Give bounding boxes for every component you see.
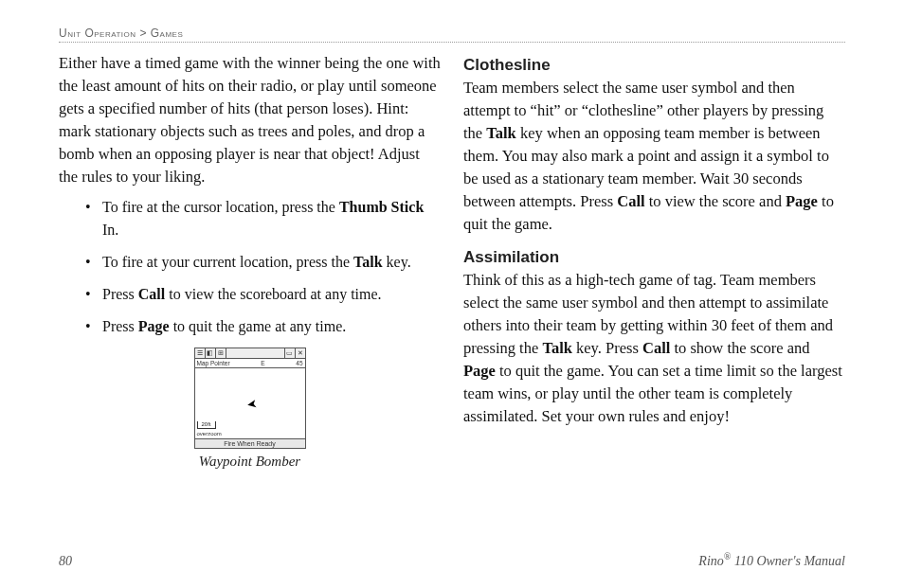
list-item: To fire at your current location, press … (102, 251, 441, 274)
list-text: Press (102, 318, 138, 334)
list-text: Press (102, 286, 138, 302)
key-name: Call (642, 339, 670, 357)
close-icon: ✕ (295, 348, 305, 358)
left-column: Either have a timed game with the winner… (59, 52, 441, 470)
map-pointer-label: Map Pointer (197, 360, 230, 366)
text: to show the score and (670, 339, 809, 357)
key-name: Page (463, 362, 496, 380)
heading-value: 45 (296, 360, 302, 366)
breadcrumb-page: Games (151, 27, 184, 40)
instruction-list: To fire at the cursor location, press th… (59, 196, 441, 338)
text: to quit the game. You can set a time lim… (463, 362, 842, 425)
device-map-area: ➤ 20ft overzoom (195, 368, 305, 438)
page-number: 80 (59, 554, 72, 569)
list-text: To fire at the cursor location, press th… (102, 199, 339, 215)
heading-e: E (261, 360, 264, 366)
key-name: Talk (542, 339, 572, 357)
content-columns: Either have a timed game with the winner… (59, 52, 845, 470)
breadcrumb-section: Unit Operation (59, 27, 136, 40)
list-text: to view the scoreboard at any time. (165, 286, 381, 302)
key-name: Talk (353, 254, 383, 270)
text: key. Press (572, 339, 642, 357)
assimilation-paragraph: Think of this as a high-tech game of tag… (463, 269, 845, 427)
toolbar-icon: ☰ (195, 348, 206, 358)
text: to view the score and (645, 192, 786, 210)
toolbar-icon: ▭ (284, 348, 295, 358)
header-divider (59, 42, 845, 43)
brand: Rino (698, 554, 723, 568)
list-item: Press Call to view the scoreboard at any… (102, 283, 441, 306)
key-name: Page (138, 318, 170, 334)
list-text: to quit the game at any time. (170, 318, 347, 334)
key-name: Call (617, 192, 644, 210)
assimilation-heading: Assimilation (463, 248, 845, 267)
right-column: Clothesline Team members select the same… (463, 52, 845, 470)
device-screenshot: ☰ ◧ ⊞ ▭ ✕ Map Pointer E 45 ➤ 20ft (194, 347, 306, 449)
key-name: Call (138, 286, 165, 302)
key-name: Thumb Stick (339, 199, 424, 215)
overzoom-label: overzoom (197, 431, 222, 437)
manual-title: Rino® 110 Owner's Manual (698, 551, 845, 569)
device-titlebar: ☰ ◧ ⊞ ▭ ✕ (195, 348, 305, 359)
toolbar-icon: ◧ (206, 348, 216, 358)
key-name: Page (786, 192, 818, 210)
list-text: key. (383, 254, 411, 270)
list-item: Press Page to quit the game at any time. (102, 315, 441, 338)
list-item: To fire at the cursor location, press th… (102, 196, 441, 241)
breadcrumb: Unit Operation > Games (59, 27, 845, 40)
list-text: To fire at your current location, press … (102, 254, 353, 270)
figure: ☰ ◧ ⊞ ▭ ✕ Map Pointer E 45 ➤ 20ft (59, 347, 441, 470)
toolbar-icon: ⊞ (216, 348, 226, 358)
page-footer: 80 Rino® 110 Owner's Manual (59, 551, 845, 569)
clothesline-heading: Clothesline (463, 56, 845, 75)
breadcrumb-sep: > (139, 27, 147, 40)
device-info-row: Map Pointer E 45 (195, 359, 305, 368)
clothesline-paragraph: Team members select the same user symbol… (463, 77, 845, 235)
list-text: In. (102, 222, 118, 238)
cursor-icon: ➤ (244, 396, 257, 412)
key-name: Talk (486, 124, 516, 142)
device-status-bar: Fire When Ready (195, 438, 305, 448)
intro-paragraph: Either have a timed game with the winner… (59, 52, 441, 188)
figure-caption: Waypoint Bomber (59, 454, 441, 470)
map-scale: 20ft (197, 421, 216, 429)
manual-rest: 110 Owner's Manual (731, 554, 845, 568)
